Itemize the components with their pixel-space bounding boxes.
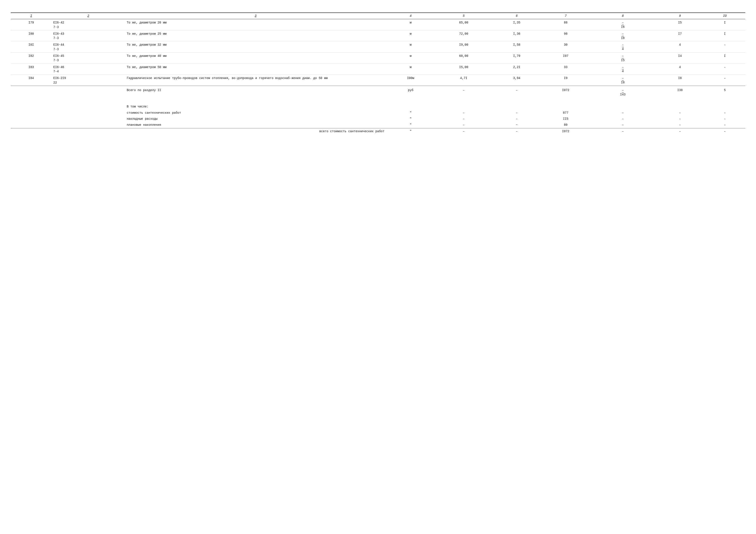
summary-item-row: плановые накопления " – ~ 80 – – –	[11, 122, 745, 128]
summary-item-col6: ~	[492, 122, 541, 128]
row-qty: 4,7I	[435, 75, 492, 86]
summary-item-row: стоимость сантехнических работ " – – 877…	[11, 110, 745, 116]
row-qty: I5,00	[435, 64, 492, 75]
row-description: То же, диаметром 50 мм	[125, 64, 386, 75]
summary-item-unit: "	[386, 122, 435, 128]
row-id: I84	[11, 75, 51, 86]
row-col6: I,79	[492, 53, 541, 64]
summary-item-col10: –	[705, 122, 745, 128]
summary-item-empty2	[51, 128, 125, 134]
summary-item-empty1	[11, 128, 51, 134]
totals-id	[11, 86, 51, 97]
totals-code	[51, 86, 125, 97]
summary-item-col9: –	[655, 110, 704, 116]
row-col6: I,36	[492, 30, 541, 41]
summary-item-empty2	[51, 116, 125, 122]
row-col6: I,35	[492, 19, 541, 30]
col-header-5: 5	[435, 13, 492, 19]
row-col9: 4	[655, 41, 704, 53]
row-unit: м	[386, 64, 435, 75]
table-row: I83 EI6-467-4 То же, диаметром 50 мм м I…	[11, 64, 745, 75]
summary-empty2	[51, 104, 125, 110]
table-row: I80 EI6-437-3 То же, диаметром 25 мм м 7…	[11, 30, 745, 41]
summary-item-empty1	[11, 122, 51, 128]
summary-item-col5: –	[435, 128, 492, 134]
row-description: То же, диаметром 20 мм	[125, 19, 386, 30]
row-description: То же, диаметром 32 мм	[125, 41, 386, 53]
summary-item-col8: –	[590, 110, 655, 116]
summary-item-empty1	[11, 116, 51, 122]
row-col7: 88	[541, 19, 590, 30]
totals-col9: I38	[655, 86, 704, 97]
row-col7: 30	[541, 41, 590, 53]
col-header-3: 3	[125, 13, 386, 19]
summary-item-col7: II5	[541, 116, 590, 122]
totals-col8: – I43	[590, 86, 655, 97]
summary-item-unit: "	[386, 128, 435, 134]
row-qty: 72,00	[435, 30, 492, 41]
col-header-10: IO	[705, 13, 745, 19]
row-description: То же, диаметром 25 мм	[125, 30, 386, 41]
row-col9: I7	[655, 30, 704, 41]
totals-col10: 5	[705, 86, 745, 97]
row-qty: I9,00	[435, 41, 492, 53]
row-description: То же, диаметром 40 мм	[125, 53, 386, 64]
row-col9: I4	[655, 53, 704, 64]
summary-item-unit: "	[386, 110, 435, 116]
summary-item-label: стоимость сантехнических работ	[125, 110, 386, 116]
row-col7: I07	[541, 53, 590, 64]
summary-title: В том числе:	[125, 104, 386, 110]
row-col10: –	[705, 64, 745, 75]
col-header-7: 7	[541, 13, 590, 19]
row-id: I82	[11, 53, 51, 64]
row-col8: – 4	[590, 41, 655, 53]
summary-item-col6: –	[492, 116, 541, 122]
row-col9: I8	[655, 75, 704, 86]
totals-col6: –	[492, 86, 541, 97]
row-description: Гидравлическое испытание трубо-проводов …	[125, 75, 386, 86]
summary-item-label: плановые накопления	[125, 122, 386, 128]
col-header-8: 8	[590, 13, 655, 19]
table-row: I8I EI6-447-3 То же, диаметром 32 мм м I…	[11, 41, 745, 53]
row-col7: I9	[541, 75, 590, 86]
row-col7: 33	[541, 64, 590, 75]
summary-item-label: всего стоимость сантехнических работ	[125, 128, 386, 134]
row-id: I83	[11, 64, 51, 75]
summary-item-col6: –	[492, 128, 541, 134]
summary-title-spacer	[386, 104, 745, 110]
summary-item-col8: –	[590, 116, 655, 122]
row-unit: м	[386, 41, 435, 53]
totals-col7: I072	[541, 86, 590, 97]
summary-item-row: накладные расходы " – – II5 – – –	[11, 116, 745, 122]
summary-item-row: всего стоимость сантехнических работ " –…	[11, 128, 745, 134]
summary-item-col9: –	[655, 116, 704, 122]
row-id: I79	[11, 19, 51, 30]
totals-label: Всего по разделу II	[125, 86, 386, 97]
summary-item-col10: –	[705, 116, 745, 122]
column-headers: I 2 3 4 5 6 7 8 9 IO	[11, 13, 745, 19]
summary-item-col7: 877	[541, 110, 590, 116]
row-col10: I	[705, 30, 745, 41]
summary-item-col9: –	[655, 128, 704, 134]
row-col8: – I6	[590, 19, 655, 30]
row-col10: I	[705, 53, 745, 64]
summary-item-col6: –	[492, 110, 541, 116]
row-qty: 60,00	[435, 53, 492, 64]
summary-item-col7: I072	[541, 128, 590, 134]
row-code: EI6-2I922	[51, 75, 125, 86]
col-header-1: I	[11, 13, 51, 19]
summary-item-col9: –	[655, 122, 704, 128]
col-header-4: 4	[386, 13, 435, 19]
row-qty: 65,00	[435, 19, 492, 30]
row-col8: – I5	[590, 53, 655, 64]
summary-item-col5: –	[435, 122, 492, 128]
totals-col5: –	[435, 86, 492, 97]
row-col6: 2,2I	[492, 64, 541, 75]
summary-item-empty2	[51, 122, 125, 128]
col-header-9: 9	[655, 13, 704, 19]
summary-empty1	[11, 104, 51, 110]
summary-item-col5: –	[435, 110, 492, 116]
row-col10: –	[705, 75, 745, 86]
table-row: I82 EI6-457-3 То же, диаметром 40 мм м 6…	[11, 53, 745, 64]
row-code: EI6-457-3	[51, 53, 125, 64]
